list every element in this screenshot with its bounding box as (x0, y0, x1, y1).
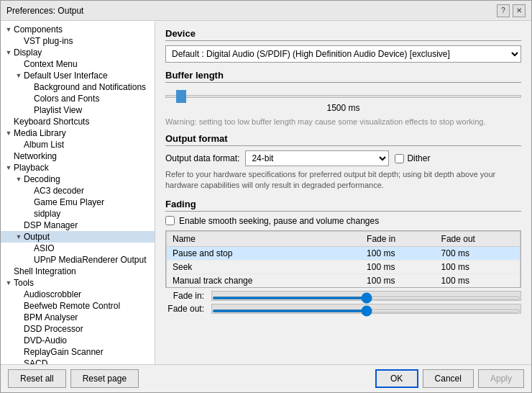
sidebar-item-colors-fonts[interactable]: Colors and Fonts (1, 93, 155, 104)
sidebar-item-label: ASIO (34, 243, 55, 253)
sidebar-item-album-list[interactable]: Album List (1, 139, 155, 150)
toggle-icon: ▼ (4, 128, 14, 138)
sidebar-item-shell[interactable]: Shell Integration (1, 266, 155, 277)
sidebar-item-playlist-view[interactable]: Playlist View (1, 104, 155, 116)
sidebar-item-context-menu[interactable]: Context Menu (1, 58, 155, 70)
sidebar-item-label: Playback (14, 163, 49, 173)
sidebar-item-label: SACD (24, 358, 47, 364)
fade-row-name: Pause and stop (167, 246, 362, 260)
fading-section: Fading Enable smooth seeking, pause and … (165, 199, 521, 360)
output-format-section: Output format Output data format: 24-bit… (165, 133, 521, 191)
table-header-row: Name Fade in Fade out (167, 231, 520, 246)
toggle-icon: ▼ (14, 71, 24, 81)
sidebar-item-bg-notifications[interactable]: Background and Notifications (1, 81, 155, 93)
toggle-icon (14, 312, 24, 322)
buffer-section-title: Buffer length (165, 70, 521, 83)
toggle-icon (14, 59, 24, 69)
sidebar-item-label: UPnP MediaRenderer Output (34, 255, 147, 265)
fade-row-out: 100 ms (436, 260, 520, 274)
fade-row-name: Manual track change (167, 274, 362, 287)
dither-label: Dither (407, 153, 430, 163)
sidebar-item-label: Playlist View (34, 105, 82, 115)
table-col-fade-in: Fade in (361, 231, 435, 246)
sidebar-item-output[interactable]: ▼ Output (1, 231, 155, 243)
toggle-icon (4, 266, 14, 276)
table-col-name: Name (167, 231, 362, 246)
sidebar-item-decoding[interactable]: ▼ Decoding (1, 173, 155, 185)
toggle-icon: ▼ (4, 24, 14, 35)
fade-in-slider[interactable] (212, 297, 520, 299)
toggle-icon: ▼ (14, 174, 24, 184)
sidebar-item-display[interactable]: ▼ Display (1, 47, 155, 58)
sidebar-item-game-emu[interactable]: Game Emu Player (1, 196, 155, 208)
bottom-bar-left: Reset all Reset page (8, 369, 371, 388)
sidebar-item-networking[interactable]: Networking (1, 150, 155, 162)
buffer-slider-container: 1500 ms (165, 87, 521, 116)
sidebar-item-components[interactable]: ▼ Components (1, 24, 155, 35)
table-row[interactable]: Seek 100 ms 100 ms (167, 260, 520, 274)
sidebar-item-label: Beefweb Remote Control (24, 301, 120, 311)
title-bar-buttons: ? ✕ (497, 4, 526, 17)
cancel-button[interactable]: Cancel (423, 369, 474, 388)
sidebar-item-media-library[interactable]: ▼ Media Library (1, 127, 155, 139)
reset-all-button[interactable]: Reset all (8, 369, 66, 388)
fade-out-label: Fade out: (165, 304, 208, 314)
fade-row-name: Seek (167, 260, 362, 274)
sidebar-item-beefweb[interactable]: Beefweb Remote Control (1, 300, 155, 312)
fade-table-wrapper: Name Fade in Fade out Pause and stop 100… (165, 230, 521, 288)
dither-check: Dither (395, 153, 430, 163)
sidebar-item-replaygain[interactable]: ReplayGain Scanner (1, 346, 155, 358)
sidebar-item-label: VST plug-ins (24, 36, 73, 46)
window-title: Preferences: Output (6, 6, 83, 16)
sidebar-item-label: sidplay (34, 209, 60, 219)
sidebar-item-dsd[interactable]: DSD Processor (1, 323, 155, 335)
sidebar-item-default-ui[interactable]: ▼ Default User Interface (1, 70, 155, 81)
output-format-title: Output format (165, 133, 521, 146)
reset-page-button[interactable]: Reset page (70, 369, 139, 388)
apply-button[interactable]: Apply (478, 369, 524, 388)
help-button[interactable]: ? (497, 4, 510, 17)
toggle-icon (14, 36, 24, 46)
toggle-icon (24, 105, 34, 115)
toggle-icon (24, 197, 34, 207)
close-button[interactable]: ✕ (513, 4, 526, 17)
sidebar-item-dsp[interactable]: DSP Manager (1, 220, 155, 231)
fade-enable-checkbox[interactable] (165, 216, 175, 225)
toggle-icon (24, 209, 34, 219)
sidebar-item-upnp[interactable]: UPnP MediaRenderer Output (1, 254, 155, 266)
sidebar-item-keyboard-shortcuts[interactable]: Keyboard Shortcuts (1, 116, 155, 127)
fade-in-slider-track (211, 291, 521, 301)
sidebar-item-sacd[interactable]: SACD (1, 358, 155, 364)
fade-row-out: 100 ms (436, 274, 520, 287)
sidebar-item-sidplay[interactable]: sidplay (1, 208, 155, 220)
sidebar-item-asio[interactable]: ASIO (1, 243, 155, 254)
sidebar-item-label: Display (14, 48, 42, 58)
toggle-icon (24, 255, 34, 265)
sidebar-item-audioscrobbler[interactable]: Audioscrobbler (1, 289, 155, 300)
format-select[interactable]: 24-bit (245, 150, 389, 166)
title-bar: Preferences: Output ? ✕ (1, 1, 531, 21)
sidebar-item-dvd[interactable]: DVD-Audio (1, 335, 155, 346)
sidebar-item-vst[interactable]: VST plug-ins (1, 35, 155, 47)
sidebar-item-tools[interactable]: ▼ Tools (1, 277, 155, 289)
buffer-section: Buffer length 1500 ms Warning: setting t… (165, 70, 521, 126)
preferences-window: Preferences: Output ? ✕ ▼ Components VST… (0, 0, 532, 393)
device-dropdown[interactable]: Default : Digital Audio (S/PDIF) (High D… (165, 45, 521, 63)
dither-checkbox[interactable] (395, 154, 404, 163)
fade-sliders: Fade in: Fade out: (165, 291, 521, 314)
sidebar-item-bpm[interactable]: BPM Analyser (1, 312, 155, 323)
sidebar-item-label: DVD-Audio (24, 335, 67, 345)
sidebar-item-playback[interactable]: ▼ Playback (1, 162, 155, 173)
sidebar-item-label: Shell Integration (14, 266, 76, 276)
fade-out-slider[interactable] (212, 310, 520, 312)
sidebar-item-label: Audioscrobbler (24, 289, 81, 299)
table-col-fade-out: Fade out (436, 231, 520, 246)
toggle-icon (14, 324, 24, 334)
table-row[interactable]: Manual track change 100 ms 100 ms (167, 274, 520, 287)
toggle-icon: ▼ (14, 232, 24, 242)
ok-button[interactable]: OK (375, 369, 418, 388)
buffer-warning: Warning: setting too low buffer length m… (165, 117, 521, 126)
table-row[interactable]: Pause and stop 100 ms 700 ms (167, 246, 520, 260)
sidebar-item-ac3[interactable]: AC3 decoder (1, 185, 155, 196)
fade-row-in: 100 ms (361, 246, 435, 260)
